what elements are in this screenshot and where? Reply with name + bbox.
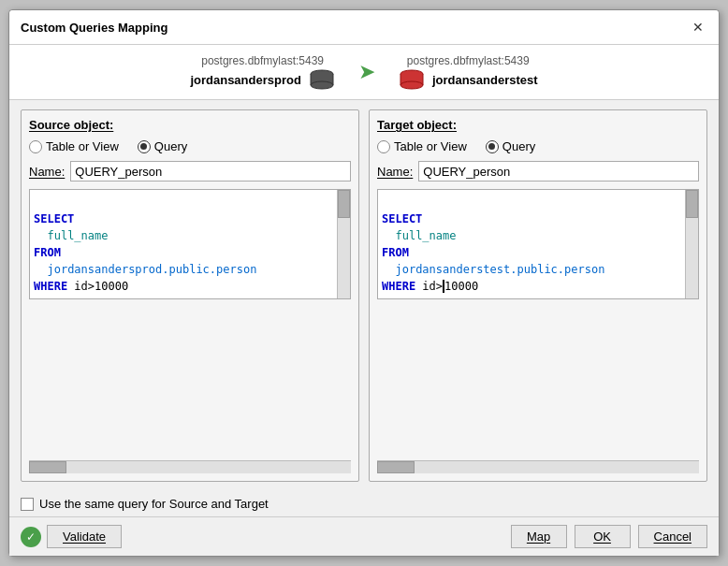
cancel-label: Cancel [654, 530, 692, 544]
map-label: Map [527, 530, 550, 544]
target-conn-row: jordansanderstest [399, 69, 538, 90]
source-query-label: Query [154, 139, 187, 153]
target-scrollbar-v[interactable] [685, 190, 698, 298]
cancel-button[interactable]: Cancel [638, 525, 707, 548]
target-query-label: Query [502, 139, 535, 153]
source-name-row: Name: [29, 161, 351, 181]
dialog-title: Custom Queries Mapping [21, 21, 167, 35]
target-scrollbar-h[interactable] [377, 460, 699, 473]
target-table-radio[interactable]: Table or View [377, 139, 467, 153]
source-query-radio[interactable]: Query [138, 139, 187, 153]
target-query-text: SELECT full_name FROM jordansanderstest.… [382, 194, 694, 295]
target-conn-name: postgres.dbfmylast:5439 [407, 54, 530, 67]
target-db-icon [399, 69, 425, 90]
target-radio-row: Table or View Query [377, 139, 699, 153]
source-db-icon [309, 69, 335, 90]
target-scrollbar-thumb-v[interactable] [686, 190, 698, 218]
source-name-input[interactable] [70, 161, 351, 181]
validate-icon: ✓ [21, 527, 41, 547]
same-query-checkbox[interactable] [21, 498, 34, 511]
target-query-radio[interactable]: Query [486, 139, 535, 153]
source-query-text: SELECT full_name FROM jordansandersprod.… [34, 194, 346, 295]
footer-buttons: ✓ Validate Map OK Cancel [9, 516, 719, 556]
source-radio-row: Table or View Query [29, 139, 351, 153]
source-panel: Source object: Table or View Query Name: [21, 109, 359, 482]
source-query-wrapper: SELECT full_name FROM jordansandersprod.… [29, 189, 351, 473]
source-connection: postgres.dbfmylast:5439 jordansanderspro… [190, 54, 334, 90]
source-panel-title: Source object: [29, 118, 351, 132]
source-query-content: SELECT full_name FROM jordansandersprod.… [29, 189, 351, 460]
arrow-icon: ➤ [358, 60, 375, 84]
source-query-area[interactable]: SELECT full_name FROM jordansandersprod.… [29, 189, 351, 299]
target-panel: Target object: Table or View Query Name: [369, 109, 707, 482]
main-content: Source object: Table or View Query Name: [9, 100, 719, 491]
target-query-area[interactable]: SELECT full_name FROM jordansanderstest.… [377, 189, 699, 299]
validate-button[interactable]: Validate [47, 525, 122, 548]
target-name-row: Name: [377, 161, 699, 181]
source-scrollbar-h[interactable] [29, 460, 351, 473]
same-query-label: Use the same query for Source and Target [39, 497, 269, 511]
source-query-radio-circle [138, 140, 151, 153]
footer-check-row: Use the same query for Source and Target [9, 491, 719, 516]
source-table-radio-circle [29, 140, 42, 153]
source-scrollbar-thumb-v[interactable] [338, 190, 350, 218]
map-button[interactable]: Map [511, 525, 567, 548]
target-db-name: jordansanderstest [432, 73, 538, 87]
target-query-wrapper: SELECT full_name FROM jordansanderstest.… [377, 189, 699, 473]
source-table-radio[interactable]: Table or View [29, 139, 119, 153]
target-name-label: Name: [377, 165, 413, 179]
svg-point-2 [311, 81, 333, 89]
target-scrollbar-thumb-h[interactable] [377, 461, 415, 473]
target-table-label: Table or View [394, 139, 467, 153]
target-connection: postgres.dbfmylast:5439 jordansanderstes… [399, 54, 538, 90]
svg-point-7 [400, 81, 423, 89]
target-query-content: SELECT full_name FROM jordansanderstest.… [377, 189, 699, 460]
source-conn-name: postgres.dbfmylast:5439 [201, 54, 324, 67]
target-query-radio-circle [486, 140, 499, 153]
target-table-radio-circle [377, 140, 390, 153]
right-buttons: Map OK Cancel [511, 525, 707, 548]
connection-header: postgres.dbfmylast:5439 jordansanderspro… [9, 45, 719, 100]
ok-button[interactable]: OK [575, 525, 631, 548]
source-scrollbar-v[interactable] [337, 190, 350, 298]
target-name-input[interactable] [418, 161, 699, 181]
source-table-label: Table or View [46, 139, 119, 153]
validate-label: Validate [63, 530, 106, 544]
source-conn-row: jordansandersprod [190, 69, 334, 90]
source-name-label: Name: [29, 165, 65, 179]
title-bar: Custom Queries Mapping ✕ [9, 10, 719, 45]
close-button[interactable]: ✕ [689, 18, 707, 36]
source-db-name: jordansandersprod [190, 73, 300, 87]
target-panel-title: Target object: [377, 118, 699, 132]
ok-label: OK [593, 530, 611, 544]
source-scrollbar-thumb-h[interactable] [29, 461, 66, 473]
validate-section: ✓ Validate [21, 525, 122, 548]
custom-queries-mapping-dialog: Custom Queries Mapping ✕ postgres.dbfmyl… [8, 9, 720, 557]
